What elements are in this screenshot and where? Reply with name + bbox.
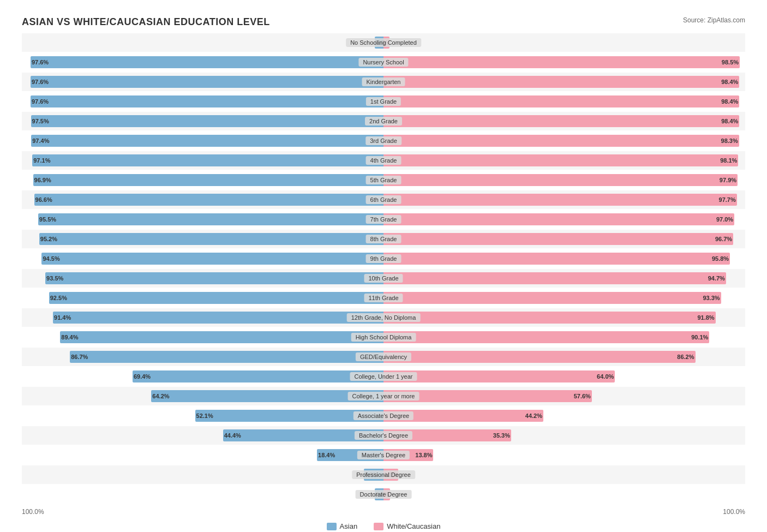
bar-row-right: 13.8% <box>384 446 745 464</box>
bar-row-left: 97.5% <box>22 112 384 130</box>
bar-row-right: 86.2% <box>384 348 745 366</box>
white-pct-label: 94.7% <box>706 275 725 282</box>
axis-bottom: 100.0% 100.0% <box>22 508 745 516</box>
legend-white: White/Caucasian <box>374 522 440 530</box>
asian-pct-label: 91.4% <box>54 314 73 321</box>
bar-row-left: 52.1% <box>22 407 384 425</box>
bar-white: 98.4% <box>384 115 739 127</box>
center-category-label: 10th Grade <box>364 274 403 283</box>
bar-asian: 89.4% <box>60 331 384 343</box>
asian-pct-label: 97.6% <box>32 59 51 65</box>
bar-asian: 69.4% <box>133 370 384 382</box>
center-category-label: No Schooling Completed <box>346 38 421 47</box>
bar-asian: 93.5% <box>45 272 384 284</box>
bar-row: 95.2%8th Grade96.7% <box>22 230 745 248</box>
bar-row-right: 4.1% <box>384 465 745 484</box>
bar-row: 52.1%Associate's Degree44.2% <box>22 407 745 425</box>
bar-white: 96.7% <box>384 233 733 245</box>
white-pct-label: 97.7% <box>717 196 736 203</box>
legend-white-box <box>374 523 384 530</box>
bar-row: 44.4%Bachelor's Degree35.3% <box>22 426 745 445</box>
bar-row: 97.1%4th Grade98.1% <box>22 151 745 170</box>
bar-row-right: 95.8% <box>384 249 745 268</box>
center-category-label: Doctorate Degree <box>356 490 412 499</box>
bar-row-left: 93.5% <box>22 269 384 288</box>
legend-white-label: White/Caucasian <box>387 522 440 530</box>
bar-row-right: 98.1% <box>384 151 745 170</box>
center-category-label: 7th Grade <box>366 215 402 224</box>
center-category-label: 9th Grade <box>366 254 402 263</box>
asian-pct-label: 86.7% <box>71 354 90 360</box>
legend: Asian White/Caucasian <box>22 522 745 530</box>
white-pct-label: 98.4% <box>719 79 738 85</box>
bar-asian: 86.7% <box>70 351 384 363</box>
bar-row: 97.4%3rd Grade98.3% <box>22 131 745 150</box>
bar-row-right: 94.7% <box>384 269 745 288</box>
bar-row-left: 18.4% <box>22 446 384 464</box>
asian-pct-label: 93.5% <box>46 275 65 282</box>
bar-row-right: 90.1% <box>384 328 745 346</box>
bar-row: 93.5%10th Grade94.7% <box>22 269 745 288</box>
asian-pct-label: 69.4% <box>134 373 153 380</box>
bar-white: 97.7% <box>384 194 737 206</box>
white-pct-label: 96.7% <box>713 236 732 242</box>
bar-white: 91.8% <box>384 312 716 324</box>
center-category-label: 3rd Grade <box>365 136 402 145</box>
white-pct-label: 44.2% <box>523 413 542 419</box>
bar-white: 94.7% <box>384 272 726 284</box>
bar-row: 64.2%College, 1 year or more57.6% <box>22 387 745 405</box>
white-pct-label: 98.3% <box>719 138 738 144</box>
center-category-label: GED/Equivalency <box>356 352 411 361</box>
bar-row-right: 97.9% <box>384 171 745 189</box>
center-category-label: 1st Grade <box>366 97 401 106</box>
white-pct-label: 98.4% <box>719 118 738 124</box>
white-pct-label: 57.6% <box>572 393 591 399</box>
bar-row-right: 57.6% <box>384 387 745 405</box>
bar-asian: 97.1% <box>32 154 384 166</box>
asian-pct-label: 97.6% <box>32 98 51 105</box>
bar-white: 93.3% <box>384 292 721 304</box>
center-category-label: College, Under 1 year <box>350 372 417 381</box>
bar-row-right: 98.3% <box>384 131 745 150</box>
bar-white: 97.0% <box>384 213 734 225</box>
bar-row-right: 96.7% <box>384 230 745 248</box>
chart-container: ASIAN VS WHITE/CAUCASIAN EDUCATION LEVEL… <box>11 11 756 532</box>
bar-row: 96.6%6th Grade97.7% <box>22 190 745 209</box>
bar-row: 18.4%Master's Degree13.8% <box>22 446 745 464</box>
bar-row-right: 98.5% <box>384 53 745 71</box>
axis-left-label: 100.0% <box>22 508 44 516</box>
bar-row: 5.5%Professional Degree4.1% <box>22 465 745 484</box>
bar-asian: 96.6% <box>34 194 384 206</box>
asian-pct-label: 97.1% <box>33 157 52 164</box>
asian-pct-label: 92.5% <box>50 295 69 301</box>
chart-area: 2.4%No Schooling Completed1.6%97.6%Nurse… <box>22 33 745 504</box>
bar-row: 69.4%College, Under 1 year64.0% <box>22 367 745 386</box>
bar-row-left: 64.2% <box>22 387 384 405</box>
asian-pct-label: 97.4% <box>32 138 51 144</box>
asian-pct-label: 97.5% <box>32 118 51 124</box>
center-category-label: Bachelor's Degree <box>355 431 412 440</box>
bar-row-left: 97.4% <box>22 131 384 150</box>
center-category-label: Professional Degree <box>352 470 415 479</box>
center-category-label: 6th Grade <box>366 195 402 204</box>
white-pct-label: 97.9% <box>717 177 736 183</box>
bar-row: 86.7%GED/Equivalency86.2% <box>22 348 745 366</box>
bar-row-right: 1.6% <box>384 33 745 52</box>
bar-white: 98.3% <box>384 135 739 147</box>
bar-asian: 97.6% <box>31 95 384 107</box>
center-category-label: 4th Grade <box>366 156 402 165</box>
white-pct-label: 98.5% <box>720 59 739 65</box>
bar-row-right: 35.3% <box>384 426 745 445</box>
bar-row: 97.6%Nursery School98.5% <box>22 53 745 71</box>
legend-asian-label: Asian <box>340 522 358 530</box>
bar-row-left: 89.4% <box>22 328 384 346</box>
bar-row: 91.4%12th Grade, No Diploma91.8% <box>22 308 745 327</box>
bar-white: 98.4% <box>384 95 739 107</box>
asian-pct-label: 64.2% <box>152 393 171 399</box>
legend-asian: Asian <box>327 522 358 530</box>
bar-row-left: 95.2% <box>22 230 384 248</box>
bar-white: 90.1% <box>384 331 709 343</box>
bar-row: 97.5%2nd Grade98.4% <box>22 112 745 130</box>
bar-row-left: 97.6% <box>22 53 384 71</box>
bar-row: 2.4%Doctorate Degree1.8% <box>22 485 745 504</box>
